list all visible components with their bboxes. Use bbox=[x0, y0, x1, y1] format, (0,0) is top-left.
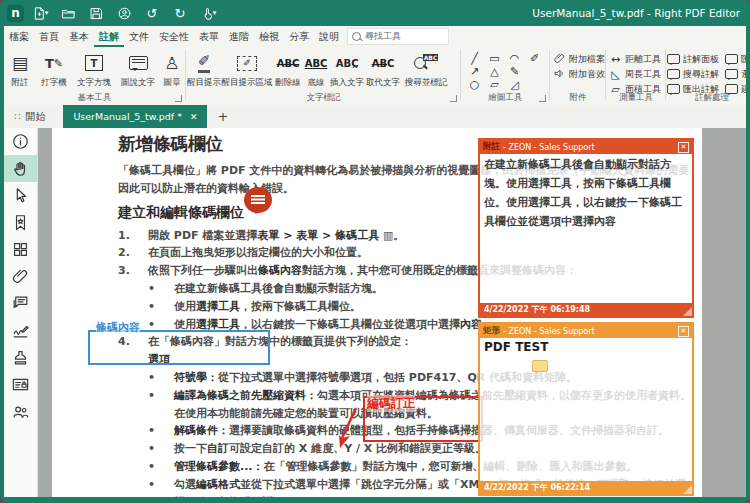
shape-ellipse-icon[interactable]: ○ bbox=[468, 79, 481, 90]
correction-annotation-label[interactable]: 編碼訂正 bbox=[367, 395, 415, 412]
sidebar-tool-select[interactable] bbox=[4, 182, 37, 209]
menu-item-安全性[interactable]: 安全性 bbox=[154, 26, 194, 47]
note-annotation-icon[interactable] bbox=[244, 187, 272, 213]
sidebar-tool-signature[interactable] bbox=[4, 317, 37, 344]
sidebar-tool-security[interactable] bbox=[4, 371, 37, 398]
sidebar-tool-share[interactable] bbox=[4, 398, 37, 425]
document-tabbar: ∷ 開始 UserManual_5_tw.pdf * ✕ + bbox=[4, 105, 746, 128]
shape-polyline-icon[interactable]: ✐ bbox=[528, 53, 541, 64]
bookmark-icon bbox=[11, 213, 30, 232]
textbox-button[interactable]: T文字方塊 bbox=[72, 51, 116, 89]
strikethrough-icon: ABC bbox=[277, 58, 300, 69]
callout-button[interactable]: 圖說文字 bbox=[116, 51, 160, 89]
underline-button[interactable]: ABC底線 bbox=[303, 51, 329, 89]
search-comments-button[interactable]: 搜尋註解 bbox=[667, 67, 719, 81]
menu-item-分享[interactable]: 分享 bbox=[284, 26, 314, 47]
note-comment-popup[interactable]: 附註 - ZEON - Sales Support ✕ 在建立新條碼工具後會自動… bbox=[478, 138, 694, 318]
sidebar-tool-attach[interactable] bbox=[4, 263, 37, 290]
close-tab-icon[interactable]: ✕ bbox=[190, 112, 198, 122]
ribbon-group-basic-tools: ▤附註 T✎打字機 T文字方塊 圖說文字 ♙圖章 基本工具 bbox=[4, 47, 185, 105]
shape-arrow-icon[interactable]: ↗ bbox=[468, 66, 481, 77]
menu-item-說明[interactable]: 說明 bbox=[314, 26, 344, 47]
migrate-comments-button[interactable]: 遷移 bbox=[725, 67, 746, 81]
note-popup-header[interactable]: 附註 - ZEON - Sales Support ✕ bbox=[480, 140, 692, 154]
account-button[interactable] bbox=[112, 3, 136, 23]
callout-icon bbox=[129, 56, 148, 70]
shape-polygon-icon[interactable]: ▱ bbox=[488, 79, 501, 90]
distance-tool-button[interactable]: ↔距離工具 bbox=[609, 52, 665, 66]
ribbon-divider bbox=[460, 50, 461, 100]
search-icon bbox=[352, 32, 361, 41]
menu-item-進階[interactable]: 進階 bbox=[224, 26, 254, 47]
barcode-rectangle-annotation[interactable] bbox=[88, 330, 270, 365]
insert-text-button[interactable]: ABC^插入文字 bbox=[329, 51, 365, 89]
note-button[interactable]: ▤附註 bbox=[4, 51, 36, 89]
tool-search-box[interactable]: 尋找工具 bbox=[347, 28, 449, 45]
close-icon[interactable]: ✕ bbox=[678, 142, 689, 153]
sidebar-tool-hand[interactable] bbox=[4, 155, 37, 182]
attach-sound-button[interactable]: 附加音效 bbox=[553, 67, 605, 81]
note-popup-type: 附註 bbox=[483, 141, 500, 153]
strikethrough-button[interactable]: ABC刪除線 bbox=[273, 51, 303, 89]
search-and-markup-button[interactable]: ABC搜尋並標記 bbox=[401, 51, 451, 89]
start-tab[interactable]: ∷ 開始 bbox=[4, 105, 57, 128]
open-file-button[interactable] bbox=[56, 3, 80, 23]
sidebar-tool-info[interactable] bbox=[4, 128, 37, 155]
resize-grip-icon[interactable] bbox=[683, 307, 692, 316]
menubar: 檔案首頁基本註解文件安全性表單進階檢視分享說明 尋找工具 bbox=[4, 26, 746, 47]
resize-grip-icon[interactable] bbox=[683, 485, 692, 494]
save-button[interactable] bbox=[84, 3, 108, 23]
menu-item-註解[interactable]: 註解 bbox=[94, 26, 124, 47]
close-icon[interactable]: ✕ bbox=[678, 326, 689, 337]
new-tab-button[interactable]: + bbox=[207, 105, 238, 128]
sidebar-tool-comments[interactable] bbox=[4, 290, 37, 317]
dialog-launcher-icon[interactable] bbox=[450, 95, 457, 102]
import-comments-button[interactable]: 匯入 bbox=[725, 52, 746, 66]
stamp-button[interactable]: ♙圖章 bbox=[160, 51, 184, 89]
replace-text-button[interactable]: ABC取代文字 bbox=[365, 51, 401, 89]
redo-button[interactable]: ↻ bbox=[168, 3, 192, 23]
left-panel-sidebar bbox=[4, 128, 38, 497]
ribbon-divider bbox=[549, 50, 550, 100]
dialog-launcher-icon[interactable] bbox=[175, 95, 182, 102]
touch-mode-button[interactable]: ▾ bbox=[196, 3, 220, 23]
new-document-button[interactable]: ▾ bbox=[28, 3, 52, 23]
menu-item-檔案[interactable]: 檔案 bbox=[4, 26, 34, 47]
menu-item-首頁[interactable]: 首頁 bbox=[34, 26, 64, 47]
note-popup-body[interactable]: 在建立新條碼工具後會自動顯示對話方塊。使用選擇工具，按兩下條碼工具欄位。使用選擇… bbox=[480, 154, 692, 303]
dialog-launcher-icon[interactable] bbox=[539, 95, 546, 102]
typewriter-button[interactable]: T✎打字機 bbox=[36, 51, 72, 89]
highlight-button[interactable]: ✐醒目提示 bbox=[187, 51, 221, 89]
sidebar-tool-bookmark[interactable] bbox=[4, 209, 37, 236]
shape-line-icon[interactable]: ╱ bbox=[468, 53, 481, 64]
rect-popup-body[interactable]: PDF TEST bbox=[480, 338, 692, 481]
rect-popup-author: - ZEON - Sales Support bbox=[503, 327, 678, 336]
shape-cloud-icon[interactable]: ◠ bbox=[508, 53, 521, 64]
red-arrow-annotation[interactable] bbox=[328, 404, 362, 452]
menu-item-檢視[interactable]: 檢視 bbox=[254, 26, 284, 47]
sidebar-tool-pages[interactable] bbox=[4, 236, 37, 263]
menu-item-文件[interactable]: 文件 bbox=[124, 26, 154, 47]
shape-pencil-icon[interactable]: ✎ bbox=[508, 66, 521, 77]
document-tab-active[interactable]: UserManual_5_tw.pdf * ✕ bbox=[63, 105, 207, 128]
import-comments-icon bbox=[725, 54, 738, 64]
highlight-area-button[interactable]: ✐醒目提示區域 bbox=[221, 51, 273, 89]
shape-rectangle-icon[interactable]: ▭ bbox=[488, 53, 501, 64]
comment-panel-icon bbox=[667, 54, 680, 64]
perimeter-tool-button[interactable]: ◺周長工具 bbox=[609, 67, 665, 81]
barcode-annotation-label[interactable]: 條碼內容 bbox=[96, 320, 140, 335]
undo-button[interactable]: ↺ bbox=[140, 3, 164, 23]
ribbon-group-text-markup: ✐醒目提示 ✐醒目提示區域 ABC刪除線 ABC底線 ABC^插入文字 ABC取… bbox=[187, 47, 460, 105]
menu-item-基本[interactable]: 基本 bbox=[64, 26, 94, 47]
sidebar-tool-stamp[interactable] bbox=[4, 344, 37, 371]
ribbon-group-measure-tools: ↔距離工具 ◺周長工具 ▱面積工具 測量工具 bbox=[607, 47, 665, 105]
shape-pentagon-icon[interactable]: △ bbox=[488, 66, 501, 77]
rect-popup-header[interactable]: 矩形 - ZEON - Sales Support ✕ bbox=[480, 324, 692, 338]
rectangle-comment-popup[interactable]: 矩形 - ZEON - Sales Support ✕ PDF TEST 4/2… bbox=[478, 322, 694, 496]
select-icon bbox=[11, 186, 30, 205]
hand-icon bbox=[11, 159, 30, 178]
shape-eraser-icon[interactable]: ◿ bbox=[508, 79, 521, 90]
note-icon: ▤ bbox=[12, 55, 28, 72]
comment-panel-button[interactable]: 註解面板 bbox=[667, 52, 719, 66]
menu-item-表單[interactable]: 表單 bbox=[194, 26, 224, 47]
